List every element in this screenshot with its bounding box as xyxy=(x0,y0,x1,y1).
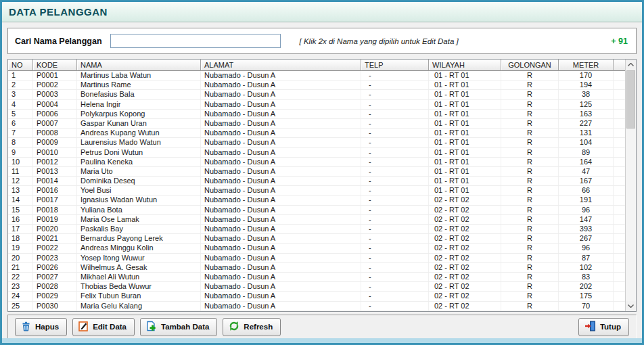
table-row[interactable]: 10P0012Paulina KenekaNubamado - Dusun A-… xyxy=(8,158,625,167)
cell-nama: Wilhelmus A. Gesak xyxy=(77,263,201,272)
vertical-scrollbar[interactable] xyxy=(625,60,636,311)
table-row[interactable]: 19P0022Andreas Minggu KolinNubamado - Du… xyxy=(8,244,625,253)
cell-nama: Yoel Busi xyxy=(77,186,201,195)
column-header-meter[interactable]: METER xyxy=(559,60,614,71)
cell-filler xyxy=(614,110,625,118)
cell-meter: 393 xyxy=(559,225,614,233)
cell-no: 2 xyxy=(8,80,33,89)
table-main: NOKODENAMAALAMATTELPWILAYAHGOLONGANMETER… xyxy=(8,60,625,311)
cell-nama: Helena Ingir xyxy=(77,100,201,109)
table-row[interactable]: 7P0008Andreas Kupang WutunNubamado - Dus… xyxy=(8,129,625,138)
table-row[interactable]: 4P0004Helena IngirNubamado - Dusun A-01 … xyxy=(8,100,625,110)
cell-meter: 104 xyxy=(559,138,614,147)
cell-wilayah: 02 - RT 02 xyxy=(429,302,501,310)
cell-no: 17 xyxy=(8,225,33,233)
cell-golongan: R xyxy=(501,244,559,252)
table-row[interactable]: 5P0006Polykarpus KopongNubamado - Dusun … xyxy=(8,110,625,119)
cell-wilayah: 02 - RT 02 xyxy=(429,215,501,224)
table-row[interactable]: 15P0018Yuliana BotaNubamado - Dusun A-02… xyxy=(8,206,625,215)
cell-golongan: R xyxy=(501,71,559,80)
table-row[interactable]: 11P0013Maria UtoNubamado - Dusun A-01 - … xyxy=(8,167,625,177)
column-header-telp[interactable]: TELP xyxy=(361,60,429,71)
cell-alamat: Nubamado - Dusun A xyxy=(201,186,361,195)
table-row[interactable]: 20P0023Yosep Itong WuwurNubamado - Dusun… xyxy=(8,254,625,263)
cell-kode: P0009 xyxy=(33,138,77,147)
cell-kode: P0002 xyxy=(33,80,77,89)
cell-wilayah: 01 - RT 01 xyxy=(429,138,501,147)
cell-no: 5 xyxy=(8,110,33,118)
hapus-button[interactable]: Hapus xyxy=(15,318,67,336)
table-row[interactable]: 6P0007Gaspar Kunan UranNubamado - Dusun … xyxy=(8,119,625,129)
column-header-wilayah[interactable]: WILAYAH xyxy=(429,60,501,71)
cell-no: 24 xyxy=(8,292,33,300)
cell-alamat: Nubamado - Dusun A xyxy=(201,80,361,89)
cell-telp: - xyxy=(361,177,429,185)
cell-telp: - xyxy=(361,254,429,262)
table-row[interactable]: 9P0010Petrus Doni WutunNubamado - Dusun … xyxy=(8,148,625,158)
cell-alamat: Nubamado - Dusun A xyxy=(201,167,361,176)
column-header-no[interactable]: NO xyxy=(8,60,33,71)
cell-golongan: R xyxy=(501,302,559,310)
table-row[interactable]: 14P0017Ignasius Wadan WutunNubamado - Du… xyxy=(8,196,625,205)
table-row[interactable]: 23P0028Thobias Beda WuwurNubamado - Dusu… xyxy=(8,282,625,292)
cell-telp: - xyxy=(361,100,429,109)
cell-no: 13 xyxy=(8,186,33,195)
table-rows[interactable]: 1P0001Martinus Laba WatunNubamado - Dusu… xyxy=(8,71,625,311)
table-row[interactable]: 1P0001Martinus Laba WatunNubamado - Dusu… xyxy=(8,71,625,80)
table-row[interactable]: 25P0030Maria Gelu KalangNubamado - Dusun… xyxy=(8,302,625,311)
cell-kode: P0013 xyxy=(33,167,77,176)
refresh-button[interactable]: Refresh xyxy=(223,318,281,336)
table-row[interactable]: 13P0016Yoel BusiNubamado - Dusun A-01 - … xyxy=(8,186,625,196)
scrollbar-thumb[interactable] xyxy=(626,70,635,129)
cell-alamat: Nubamado - Dusun A xyxy=(201,138,361,147)
edit-data-button[interactable]: Edit Data xyxy=(72,318,135,336)
tambah-data-button[interactable]: Tambah Data xyxy=(140,318,217,336)
cell-wilayah: 01 - RT 01 xyxy=(429,148,501,157)
cell-nama: Paulina Keneka xyxy=(77,158,201,166)
cell-wilayah: 01 - RT 01 xyxy=(429,100,501,109)
cell-filler xyxy=(614,158,625,166)
cell-wilayah: 02 - RT 02 xyxy=(429,282,501,291)
cell-kode: P0029 xyxy=(33,292,77,300)
cell-filler xyxy=(614,263,625,272)
cell-telp: - xyxy=(361,158,429,166)
tutup-button[interactable]: Tutup xyxy=(578,318,629,336)
cell-golongan: R xyxy=(501,177,559,185)
search-hint: [ Klik 2x di Nama yang dipilih untuk Edi… xyxy=(300,37,459,45)
hapus-button-label: Hapus xyxy=(35,323,59,331)
cell-nama: Dominika Deseq xyxy=(77,177,201,185)
scroll-down-icon[interactable] xyxy=(626,301,636,311)
cell-wilayah: 01 - RT 01 xyxy=(429,158,501,166)
table-row[interactable]: 3P0003Bonefasius BalaNubamado - Dusun A-… xyxy=(8,90,625,99)
cell-kode: P0003 xyxy=(33,90,77,99)
cell-nama: Bernardus Payong Lerek xyxy=(77,234,201,243)
cell-nama: Gaspar Kunan Uran xyxy=(77,119,201,128)
cell-kode: P0001 xyxy=(33,71,77,80)
cell-no: 8 xyxy=(8,138,33,147)
table-row[interactable]: 18P0021Bernardus Payong LerekNubamado - … xyxy=(8,234,625,244)
table-row[interactable]: 24P0029Felix Tubun BuranNubamado - Dusun… xyxy=(8,292,625,301)
column-header-kode[interactable]: KODE xyxy=(33,60,77,71)
column-header-nama[interactable]: NAMA xyxy=(77,60,201,71)
table-row[interactable]: 16P0019Maria Ose LamakNubamado - Dusun A… xyxy=(8,215,625,225)
search-input[interactable] xyxy=(110,34,281,48)
table-row[interactable]: 12P0014Dominika DeseqNubamado - Dusun A-… xyxy=(8,177,625,186)
cell-wilayah: 02 - RT 02 xyxy=(429,234,501,243)
column-header-golongan[interactable]: GOLONGAN xyxy=(501,60,559,71)
scroll-up-icon[interactable] xyxy=(626,60,636,70)
cell-golongan: R xyxy=(501,129,559,137)
table-row[interactable]: 21P0026Wilhelmus A. GesakNubamado - Dusu… xyxy=(8,263,625,273)
cell-kode: P0010 xyxy=(33,148,77,157)
refresh-button-label: Refresh xyxy=(244,323,273,331)
cell-kode: P0006 xyxy=(33,110,77,118)
column-header-alamat[interactable]: ALAMAT xyxy=(201,60,361,71)
table-row[interactable]: 17P0020Paskalis BayNubamado - Dusun A-02… xyxy=(8,225,625,234)
table-row[interactable]: 22P0027Mikhael Ali WutunNubamado - Dusun… xyxy=(8,273,625,282)
table-row[interactable]: 2P0002Martinus RameNubamado - Dusun A-01… xyxy=(8,80,625,90)
cell-nama: Andreas Minggu Kolin xyxy=(77,244,201,252)
cell-filler xyxy=(614,148,625,157)
cell-golongan: R xyxy=(501,263,559,272)
table-row[interactable]: 8P0009Laurensius Mado WatunNubamado - Du… xyxy=(8,138,625,147)
cell-wilayah: 01 - RT 01 xyxy=(429,177,501,185)
exit-door-icon xyxy=(584,321,596,333)
